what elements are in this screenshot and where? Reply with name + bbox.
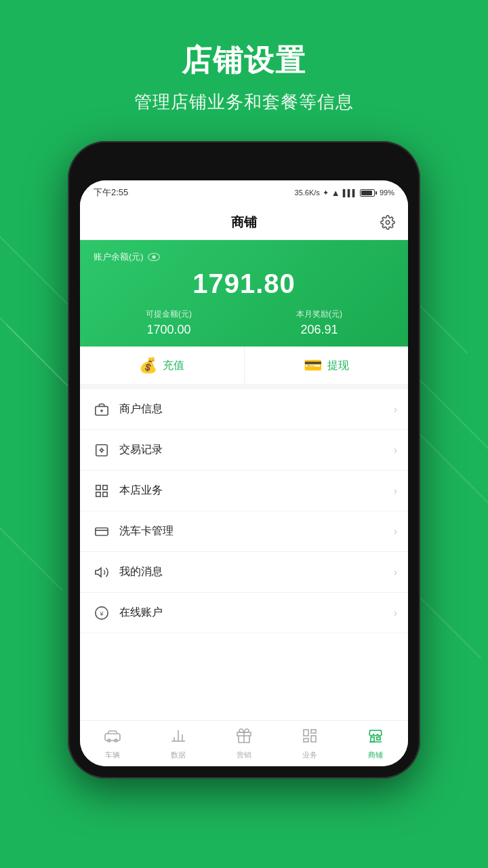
transaction-icon <box>91 439 113 461</box>
online-account-icon: ¥ <box>91 602 113 624</box>
vehicles-tab-label: 车辆 <box>105 750 120 760</box>
bonus-value: 206.91 <box>244 323 394 337</box>
recharge-button[interactable]: 💰 充值 <box>80 347 245 384</box>
svg-rect-6 <box>96 485 100 489</box>
page-title: 店铺设置 <box>134 41 354 81</box>
merchant-info-icon <box>91 399 113 420</box>
online-account-arrow: › <box>394 607 397 619</box>
account-stats: 可提金额(元) 1700.00 本月奖励(元) 206.91 <box>94 309 394 337</box>
svg-rect-4 <box>96 444 108 456</box>
tab-marketing[interactable]: 营销 <box>211 721 277 766</box>
services-tab-icon <box>302 728 318 748</box>
account-card: 账户余额(元) 1791.80 可提金额(元) 1700.00 本月奖励(元) … <box>80 240 408 347</box>
svg-rect-25 <box>311 736 316 742</box>
services-tab-label: 业务 <box>302 750 317 760</box>
messages-label: 我的消息 <box>119 565 394 579</box>
menu-item-merchant-info[interactable]: 商户信息 › <box>80 389 408 430</box>
nav-bar: 商铺 <box>80 205 408 240</box>
withdraw-icon: 💳 <box>304 357 322 374</box>
store-tab-label: 商铺 <box>368 750 383 760</box>
status-time: 下午2:55 <box>94 186 128 199</box>
withdrawable-stat: 可提金额(元) 1700.00 <box>94 309 244 337</box>
tab-vehicles[interactable]: 车辆 <box>80 721 146 766</box>
online-account-label: 在线账户 <box>119 606 394 620</box>
store-tab-icon <box>367 728 384 748</box>
store-services-icon <box>91 480 113 502</box>
phone-mockup: 下午2:55 35.6K/s ✦ ▲ ▌▌▌ <box>68 141 420 778</box>
visibility-toggle[interactable] <box>148 253 160 261</box>
action-row: 💰 充值 💳 提现 <box>80 347 408 384</box>
menu-item-store-services[interactable]: 本店业务 › <box>80 471 408 511</box>
wifi-icon: ▲ <box>331 188 340 198</box>
messages-arrow: › <box>394 566 397 578</box>
bonus-label: 本月奖励(元) <box>244 309 394 320</box>
messages-icon <box>91 561 113 583</box>
data-tab-label: 数据 <box>171 750 186 760</box>
menu-item-online-account[interactable]: ¥ 在线账户 › <box>80 593 408 633</box>
merchant-info-arrow: › <box>394 403 397 416</box>
transaction-arrow: › <box>394 444 397 456</box>
svg-rect-15 <box>105 734 120 741</box>
carwash-card-icon <box>91 521 113 542</box>
withdraw-button[interactable]: 💳 提现 <box>245 347 409 384</box>
signal-icon: ▌▌▌ <box>343 189 357 197</box>
vehicles-tab-icon <box>104 728 121 748</box>
tab-store[interactable]: 商铺 <box>342 721 408 766</box>
svg-text:¥: ¥ <box>99 610 104 616</box>
carwash-card-arrow: › <box>394 526 397 538</box>
svg-rect-10 <box>96 528 108 535</box>
tab-services[interactable]: 业务 <box>277 721 342 766</box>
carwash-card-label: 洗车卡管理 <box>119 524 394 538</box>
menu-item-messages[interactable]: 我的消息 › <box>80 552 408 593</box>
battery-indicator <box>360 189 377 197</box>
settings-icon[interactable] <box>378 213 397 232</box>
svg-rect-9 <box>103 492 107 496</box>
network-speed: 35.6K/s <box>295 189 320 197</box>
menu-item-transaction[interactable]: 交易记录 › <box>80 430 408 471</box>
menu-list: 商户信息 › 交易记录 › <box>80 389 408 720</box>
withdrawable-value: 1700.00 <box>94 323 244 337</box>
data-tab-icon <box>170 728 186 748</box>
store-services-label: 本店业务 <box>119 484 394 498</box>
svg-rect-23 <box>304 730 308 736</box>
marketing-tab-icon <box>236 728 252 748</box>
status-right: 35.6K/s ✦ ▲ ▌▌▌ <box>295 188 394 198</box>
account-label: 账户余额(元) <box>94 251 394 263</box>
svg-rect-26 <box>304 738 308 742</box>
recharge-icon: 💰 <box>139 357 157 374</box>
svg-rect-27 <box>371 737 374 742</box>
svg-rect-7 <box>103 485 107 489</box>
marketing-tab-label: 营销 <box>237 750 251 760</box>
tab-bar: 车辆 数据 <box>80 720 408 766</box>
svg-rect-28 <box>377 737 380 740</box>
page-header: 店铺设置 管理店铺业务和套餐等信息 <box>121 0 367 134</box>
tab-data[interactable]: 数据 <box>146 721 211 766</box>
withdrawable-label: 可提金额(元) <box>94 309 244 320</box>
status-bar: 下午2:55 35.6K/s ✦ ▲ ▌▌▌ <box>80 180 408 205</box>
merchant-info-label: 商户信息 <box>119 402 394 416</box>
recharge-label: 充值 <box>163 359 184 373</box>
svg-marker-12 <box>96 568 101 576</box>
menu-item-carwash-card[interactable]: 洗车卡管理 › <box>80 511 408 552</box>
bluetooth-icon: ✦ <box>323 189 329 197</box>
svg-rect-8 <box>96 492 100 496</box>
svg-rect-24 <box>311 730 316 733</box>
battery-percent: 99% <box>380 189 394 197</box>
svg-point-5 <box>100 449 103 452</box>
nav-title: 商铺 <box>231 214 257 231</box>
store-services-arrow: › <box>394 485 397 497</box>
svg-point-0 <box>386 220 390 224</box>
page-subtitle: 管理店铺业务和套餐等信息 <box>134 90 354 114</box>
phone-screen: 下午2:55 35.6K/s ✦ ▲ ▌▌▌ <box>80 180 408 766</box>
account-balance: 1791.80 <box>94 269 394 299</box>
withdraw-label: 提现 <box>327 359 349 373</box>
transaction-label: 交易记录 <box>119 443 394 457</box>
bonus-stat: 本月奖励(元) 206.91 <box>244 309 394 337</box>
